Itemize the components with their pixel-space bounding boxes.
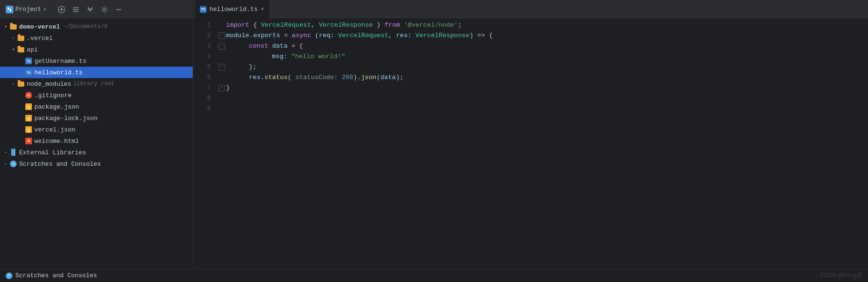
code-line-2: − module.exports = async (req: VercelReq… — [218, 30, 868, 41]
chevron-open-icon: ▾ — [10, 46, 17, 53]
sidebar-item-label: getUsername.ts — [34, 58, 86, 65]
scratch-icon: ✎ — [10, 160, 17, 168]
minimize-icon[interactable] — [112, 3, 125, 16]
sidebar-item-package-lock[interactable]: {} package-lock.json — [0, 112, 193, 124]
sidebar-item-vercel-json[interactable]: {} vercel.json — [0, 124, 193, 135]
add-file-icon[interactable] — [55, 3, 68, 16]
code-line-6: res.status( statusCode: 200).json(data); — [218, 72, 868, 83]
path-label: ~/Documents/V — [63, 23, 108, 30]
watermark-label: CSDN @Fong灵 — [820, 272, 862, 280]
sidebar-item-api[interactable]: ▾ api — [0, 44, 193, 55]
line-numbers: 1 2 3 4 5 6 7 8 9 — [193, 20, 215, 114]
tab-close-button[interactable]: × — [260, 7, 264, 12]
tab-label: helloworld.ts — [209, 6, 258, 13]
folder-closed-icon — [17, 34, 25, 42]
code-line-3: − const data = { — [218, 41, 868, 51]
code-line-7: + } — [218, 83, 868, 93]
scratches-bottom-label: Scratches and Consoles — [15, 272, 97, 279]
chevron-down-icon: ▾ — [43, 6, 47, 12]
sidebar-item-label: package-lock.json — [34, 115, 98, 122]
ts-file-icon: TS — [25, 69, 32, 76]
fold-button-2[interactable]: − — [218, 32, 225, 39]
code-line-5: − }; — [218, 62, 868, 72]
sidebar-item-label: welcome.html — [34, 138, 79, 145]
sidebar-item-helloworld[interactable]: TS helloworld.ts — [0, 67, 193, 78]
chevron-open-icon: ▾ — [2, 23, 10, 30]
code-line-1: import { VercelRequest, VercelResponse }… — [218, 20, 868, 30]
code-line-4: msg: "hello world!" — [218, 51, 868, 62]
sidebar-header: Project ▾ — [0, 0, 193, 19]
html-file-icon: H — [25, 137, 32, 145]
sidebar-item-demo-vercel[interactable]: ▾ demo-vercel ~/Documents/V — [0, 21, 193, 32]
chevron-closed-icon: › — [2, 149, 10, 156]
ts-file-icon: TS — [25, 57, 32, 65]
fold-button-5[interactable]: − — [218, 64, 225, 70]
code-line-9 — [218, 104, 868, 114]
code-line-8 — [218, 93, 868, 104]
library-icon: ▐▌ — [10, 149, 17, 156]
sidebar: ▾ demo-vercel ~/Documents/V › .vercel ▾ … — [0, 19, 193, 269]
sidebar-item-label: .gitignore — [34, 92, 72, 99]
fold-button-3[interactable]: − — [218, 43, 225, 50]
folder-open-icon — [17, 46, 25, 53]
sidebar-item-label: .vercel — [27, 35, 53, 42]
settings-icon[interactable] — [98, 3, 111, 16]
sidebar-item-scratches[interactable]: › ✎ Scratches and Consoles — [0, 158, 193, 170]
sidebar-item-node-modules[interactable]: › node_modules library root — [0, 78, 193, 90]
bottom-bar: ✎ Scratches and Consoles CSDN @Fong灵 — [0, 269, 868, 282]
sidebar-item-gitignore[interactable]: ⊙ .gitignore — [0, 90, 193, 101]
sidebar-item-label: External Libraries — [19, 149, 86, 156]
sidebar-item-welcome-html[interactable]: H welcome.html — [0, 135, 193, 147]
project-label: Project — [15, 6, 41, 13]
sidebar-item-getusername[interactable]: TS getUsername.ts — [0, 55, 193, 67]
library-root-label: library root — [73, 81, 114, 87]
sidebar-item-label: helloworld.ts — [34, 69, 83, 76]
git-file-icon: ⊙ — [25, 91, 32, 99]
json-file-icon: {} — [25, 103, 32, 111]
toolbar-icons — [55, 3, 125, 16]
sidebar-item-label: api — [27, 46, 38, 53]
chevron-closed-icon: › — [10, 34, 17, 42]
expand-all-icon[interactable] — [83, 3, 97, 16]
sidebar-item-package-json[interactable]: {} package.json — [0, 101, 193, 112]
scratch-bottom-icon: ✎ — [6, 272, 12, 279]
ts-tab-icon: TS — [200, 6, 207, 13]
sidebar-item-label: demo-vercel — [19, 23, 60, 30]
tab-bar: TS helloworld.ts × — [193, 0, 868, 19]
json-file-icon: {} — [25, 126, 32, 133]
folder-closed-icon — [17, 80, 25, 88]
top-bar: Project ▾ TS helloworld.ts × — [0, 0, 868, 19]
code-area[interactable]: import { VercelRequest, VercelResponse }… — [215, 20, 868, 114]
sidebar-item-vercel[interactable]: › .vercel — [0, 32, 193, 44]
main-content: ▾ demo-vercel ~/Documents/V › .vercel ▾ … — [0, 19, 868, 269]
svg-point-8 — [103, 8, 106, 10]
fold-button-7[interactable]: + — [218, 85, 225, 91]
folder-open-icon — [10, 23, 17, 30]
scratches-console-button[interactable]: ✎ Scratches and Consoles — [6, 272, 97, 279]
json-file-icon: {} — [25, 114, 32, 122]
sidebar-item-label: node_modules — [27, 81, 72, 88]
tab-helloworld[interactable]: TS helloworld.ts × — [195, 0, 269, 19]
project-button[interactable]: Project ▾ — [4, 5, 48, 14]
project-icon — [6, 6, 13, 13]
sidebar-item-label: vercel.json — [34, 126, 75, 133]
sidebar-item-external-libs[interactable]: › ▐▌ External Libraries — [0, 147, 193, 158]
svg-rect-1 — [10, 9, 11, 11]
editor-content: 1 2 3 4 5 6 7 8 9 import { VercelRequest… — [193, 19, 868, 114]
sidebar-item-label: package.json — [34, 103, 79, 111]
editor[interactable]: 1 2 3 4 5 6 7 8 9 import { VercelRequest… — [193, 19, 868, 269]
chevron-closed-icon: › — [10, 80, 17, 88]
sidebar-item-label: Scratches and Consoles — [19, 161, 101, 168]
collapse-all-icon[interactable] — [69, 3, 83, 16]
svg-rect-0 — [8, 8, 9, 10]
chevron-closed-icon: › — [2, 160, 10, 168]
